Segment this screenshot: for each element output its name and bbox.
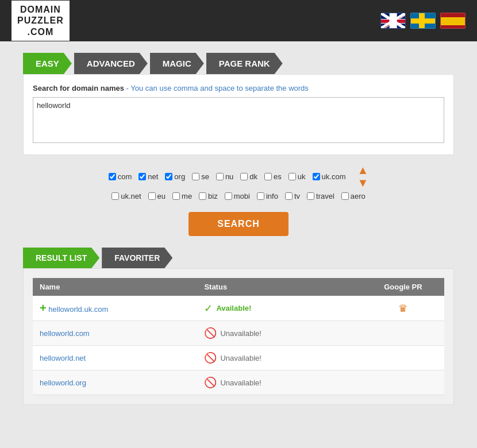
table-header-row: Name Status Google PR [33,278,444,296]
flag-uk[interactable] [380,13,406,29]
svg-rect-6 [381,19,406,24]
tld-org[interactable]: org [165,172,185,181]
tld-nu[interactable]: nu [216,172,233,181]
table-row: helloworld.org🚫Unavailable! [33,370,444,395]
logo-line3: .COM [17,26,64,37]
add-cell: helloworld.com [33,321,197,346]
main-content: EASY ADVANCED MAGIC PAGE RANK Search for… [0,41,477,416]
col-header-pr: Google PR [362,278,444,296]
tab-magic[interactable]: MAGIC [150,53,204,74]
svg-line-4 [381,13,406,29]
svg-rect-0 [381,13,406,29]
result-section: RESULT LIST FAVORITER Name Status Google… [23,248,454,405]
tab-pagerank[interactable]: PAGE RANK [206,53,283,74]
domain-name[interactable]: helloworld.net [40,354,86,362]
available-icon: ✓ [204,302,213,315]
tld-aero[interactable]: aero [341,192,366,200]
flag-sweden[interactable] [410,13,436,29]
result-table-container: Name Status Google PR + helloworld.uk.co… [23,268,454,405]
unavailable-icon: 🚫 [204,376,217,389]
search-button[interactable]: SEARCH [189,212,288,236]
search-subtitle: - You can use comma and space to separat… [126,84,309,92]
status-text: Unavailable! [220,354,261,362]
tab-easy[interactable]: EASY [23,53,72,74]
tld-travel[interactable]: travel [307,192,334,200]
add-to-favorites-icon[interactable]: + [40,302,47,314]
svg-rect-8 [381,20,406,23]
logo-line1: DOMAIN [17,4,64,15]
status-text: Available! [216,304,251,312]
pr-cell [362,321,444,346]
tld-me[interactable]: me [172,192,192,200]
svg-rect-7 [392,13,395,29]
tld-tv[interactable]: tv [285,192,300,200]
add-cell: helloworld.net [33,346,197,370]
tld-net[interactable]: net [139,172,158,181]
result-table: Name Status Google PR + helloworld.uk.co… [33,278,444,395]
tld-mobi[interactable]: mobi [225,192,250,200]
svg-rect-12 [441,13,466,29]
search-button-row: SEARCH [23,212,454,236]
pr-cell: ♛ [362,296,444,321]
result-tabs: RESULT LIST FAVORITER [23,248,454,268]
domain-name[interactable]: helloworld.org [40,379,86,387]
status-cell: 🚫Unavailable! [197,321,361,346]
svg-rect-9 [411,13,436,29]
status-cell: 🚫Unavailable! [197,370,361,395]
tld-se[interactable]: se [192,172,209,181]
tld-com[interactable]: com [109,172,132,181]
crown-icon[interactable]: ♛ [398,303,407,314]
svg-line-3 [381,13,406,29]
table-row: + helloworld.uk.com✓Available!♛ [33,296,444,321]
svg-line-2 [381,13,406,29]
tab-advanced[interactable]: ADVANCED [74,53,148,74]
header: DOMAIN PUZZLER .COM [0,0,477,41]
flag-spain[interactable] [440,13,466,29]
tld-ukcom[interactable]: uk.com [313,172,346,181]
search-label-text: Search for domain names [33,84,124,92]
tld-uk[interactable]: uk [288,172,306,181]
svg-rect-11 [419,13,424,29]
tld-dk[interactable]: dk [240,172,257,181]
status-cell: ✓Available! [197,296,361,321]
tld-arrows: ▲ ▼ [357,164,368,188]
logo-line2: PUZZLER [17,15,64,26]
search-textarea[interactable]: helloworld [33,97,444,143]
status-cell: 🚫Unavailable! [197,346,361,370]
logo: DOMAIN PUZZLER .COM [11,1,70,41]
add-cell: helloworld.org [33,370,197,395]
tld-es[interactable]: es [264,172,282,181]
status-text: Unavailable! [220,329,261,338]
col-header-name: Name [33,278,197,296]
tld-checkboxes: com net org se nu dk es uk uk.com ▲ ▼ uk… [23,164,454,200]
tld-row2: uk.net eu me biz mobi info tv travel aer… [23,192,454,200]
tld-down-arrow[interactable]: ▼ [357,177,368,188]
result-tab-list[interactable]: RESULT LIST [23,248,99,268]
pr-cell [362,370,444,395]
tld-info[interactable]: info [257,192,278,200]
result-tab-favoriter[interactable]: FAVORITER [102,248,172,268]
pr-cell [362,346,444,370]
tld-up-arrow[interactable]: ▲ [357,164,368,176]
col-header-status: Status [197,278,361,296]
unavailable-icon: 🚫 [204,327,217,339]
tld-biz[interactable]: biz [199,192,218,200]
svg-rect-13 [441,17,466,25]
tld-uknet[interactable]: uk.net [111,192,141,200]
domain-name[interactable]: helloworld.uk.com [48,305,108,314]
search-tabs: EASY ADVANCED MAGIC PAGE RANK [23,53,454,74]
tld-eu[interactable]: eu [148,192,166,200]
table-row: helloworld.com🚫Unavailable! [33,321,444,346]
add-cell: + helloworld.uk.com [33,296,197,321]
domain-name[interactable]: helloworld.com [40,329,90,338]
table-row: helloworld.net🚫Unavailable! [33,346,444,370]
status-text: Unavailable! [220,379,261,387]
unavailable-icon: 🚫 [204,352,217,364]
svg-rect-5 [391,13,396,29]
svg-line-1 [381,13,406,29]
tld-row1: com net org se nu dk es uk uk.com ▲ ▼ [23,164,454,188]
svg-rect-10 [411,19,436,24]
search-label: Search for domain names - You can use co… [33,84,444,92]
search-box: Search for domain names - You can use co… [23,74,454,155]
language-flags [380,13,466,29]
